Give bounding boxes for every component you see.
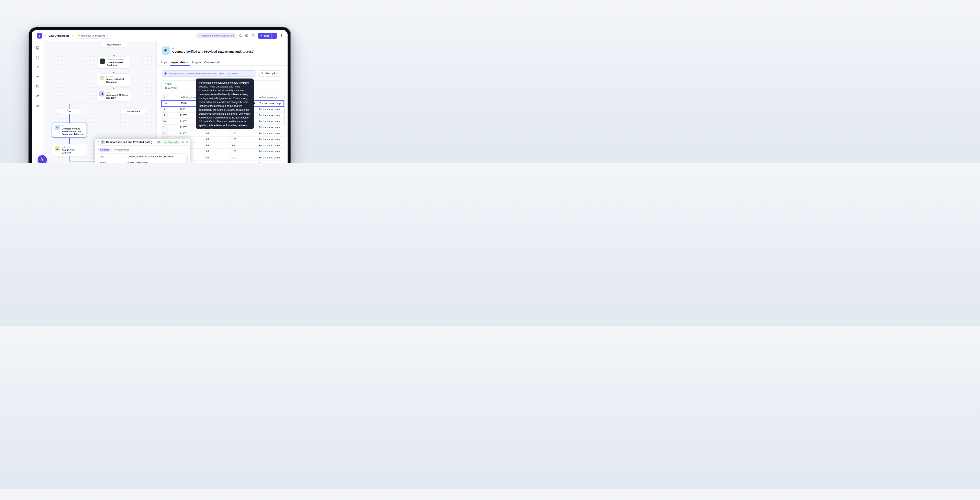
sliders-icon[interactable]	[35, 64, 40, 70]
cell-similarity-explanation[interactable]: For the name comp...	[257, 149, 284, 155]
cell-score-1[interactable]: 95	[204, 131, 231, 137]
cell-similarity-explanation[interactable]: For the name comp...	[257, 155, 284, 161]
node-automated-ai-check[interactable]: Split Automated AI Check Needed?	[97, 89, 131, 101]
connector	[69, 104, 70, 109]
search-icon[interactable]	[239, 34, 242, 38]
database-icon[interactable]	[35, 45, 40, 50]
fields-table: uuid "255c9f21-1b4a-4cc6-9ae0-c57c135769…	[97, 153, 186, 163]
cell-blank[interactable]	[168, 107, 178, 113]
drag-handle-icon[interactable]	[97, 141, 99, 144]
cell-score-2[interactable]: 100	[231, 137, 257, 142]
col-header-similarity[interactable]: similarity_score_e...	[257, 94, 284, 100]
cell-similarity-explanation[interactable]: For the name comp...	[257, 161, 284, 163]
ai-sparkle-icon	[54, 125, 60, 130]
cell-score-1[interactable]: 98	[204, 155, 231, 161]
node-analyze-middesk-response[interactable]: 6 nodes Analyze Middesk Response	[97, 73, 131, 85]
panel-tabs: Logic Inspect data Insights Comments (0)	[157, 59, 288, 65]
cell-similarity-explanation[interactable]: For the name comp...	[257, 119, 284, 125]
table-row[interactable]: 12 12207 95 100 For the name comp...	[161, 131, 284, 137]
test-run-info-banner[interactable]: Test run with the test data file Histori…	[162, 70, 256, 77]
taktile-fab[interactable]: Y	[38, 155, 47, 163]
cell-similarity-explanation[interactable]: For the name comp...	[257, 113, 284, 118]
cell-blank[interactable]	[168, 119, 178, 125]
test-tube-icon[interactable]	[35, 93, 40, 98]
cell-blank[interactable]	[168, 131, 178, 137]
test-button-label: Test	[264, 34, 269, 37]
field-row[interactable]: name "Acme Corporation"	[98, 160, 186, 163]
tab-insights[interactable]: Insights	[192, 59, 201, 65]
app-window: Y B2B Onboarding Business Onboarding Upd…	[32, 30, 288, 163]
info-icon	[164, 72, 167, 75]
node-assign-new-decision[interactable]: Rule Assign New Decision	[52, 144, 87, 156]
logo-glyph: Y	[41, 158, 43, 162]
cell-score-2[interactable]: 100	[231, 155, 257, 161]
node-create-middesk-business[interactable]: Custom Connection Create Middesk Busines…	[97, 57, 130, 69]
col-header[interactable]	[168, 94, 178, 100]
branch-pill-no-continue-top[interactable]: No, continue	[101, 42, 127, 47]
field-value: "Acme Corporation"	[124, 160, 186, 163]
field-key: name	[98, 160, 124, 163]
ai-sparkle-icon	[100, 140, 105, 144]
tab-inspect-data[interactable]: Inspect data	[171, 59, 189, 65]
history-icon[interactable]	[251, 34, 255, 38]
comment-icon[interactable]	[245, 34, 249, 38]
cell-similarity-explanation[interactable]: For the name comp...	[257, 137, 284, 142]
table-scrollbar[interactable]	[284, 96, 285, 126]
tab-accessed-fields[interactable]: Accessed fields	[111, 148, 132, 152]
cell-score-2[interactable]: 96	[231, 143, 257, 149]
field-row[interactable]: uuid "255c9f21-1b4a-4cc6-9ae0-c57c135769…	[98, 153, 186, 160]
node-compare-verified-ai[interactable]: AI Compare Verified and Provided Data (N…	[52, 123, 87, 137]
breadcrumb-project[interactable]: B2B Onboarding	[48, 34, 70, 37]
cell-score-2[interactable]: 100	[231, 149, 257, 155]
cell-score-2[interactable]	[231, 161, 257, 163]
activity-icon[interactable]	[35, 74, 40, 79]
left-sidebar: { }	[32, 42, 44, 163]
bar-chart-icon[interactable]	[35, 102, 40, 108]
tab-comments[interactable]: Comments (0)	[204, 59, 220, 65]
tooltip-text: For the name comparison, the score is 95…	[199, 81, 250, 131]
success-percent: 100%	[165, 83, 172, 86]
close-icon[interactable]	[186, 141, 188, 143]
cell-blank[interactable]	[168, 113, 178, 118]
cell-blank[interactable]	[168, 125, 178, 131]
cell-score-1[interactable]	[204, 161, 231, 163]
flow-selector[interactable]: Business Onboarding	[76, 33, 111, 38]
field-key: uuid	[98, 153, 124, 160]
panel-scrollbar[interactable]	[187, 155, 188, 163]
cell-similarity-explanation[interactable]: For the name comp...	[258, 101, 285, 106]
cell-blank[interactable]	[169, 101, 179, 106]
cell-similarity-explanation[interactable]: For the name comp...	[257, 107, 284, 113]
cell-similarity-explanation[interactable]: For the name comp...	[257, 125, 284, 131]
branch-pill-yes[interactable]: Yes	[56, 109, 82, 114]
download-icon[interactable]	[186, 61, 189, 64]
reader-icon[interactable]	[35, 83, 40, 89]
test-dropdown-caret[interactable]	[272, 33, 277, 39]
chevron-down-icon	[106, 35, 108, 37]
cell-score-1[interactable]: 95	[204, 137, 231, 142]
pill-label: No, continue	[127, 110, 140, 113]
eye-icon[interactable]	[164, 102, 167, 105]
tab-all-fields[interactable]: All fields	[98, 148, 111, 152]
test-button[interactable]: Test	[258, 33, 277, 39]
row-index: 10	[163, 120, 165, 123]
pin-icon[interactable]	[181, 141, 184, 144]
cell-score-2[interactable]: 100	[231, 131, 257, 137]
branch-pill-no-continue[interactable]: No, continue	[121, 109, 146, 114]
cell-postal[interactable]: 12207	[178, 131, 204, 137]
cell-similarity-explanation[interactable]: For the name comp...	[257, 131, 284, 137]
cell-score-1[interactable]: 95	[204, 149, 231, 155]
cell-score-1[interactable]: 99	[204, 143, 231, 149]
status-dot	[78, 35, 80, 37]
connector	[69, 114, 70, 123]
check-icon	[199, 35, 201, 37]
braces-icon[interactable]: { }	[35, 55, 40, 60]
flow-selector-label: Business Onboarding	[81, 34, 105, 37]
connector	[114, 47, 114, 56]
view-options-button[interactable]: View options	[258, 70, 282, 77]
updated-status-label: Updated 4 minutes ago by you	[202, 34, 234, 37]
col-header-index[interactable]: #	[161, 94, 168, 100]
kebab-icon[interactable]	[280, 34, 283, 38]
cell-similarity-explanation[interactable]: For the name comp...	[257, 143, 284, 149]
tab-logic[interactable]: Logic	[161, 59, 167, 65]
taktile-logo[interactable]: Y	[37, 33, 42, 38]
